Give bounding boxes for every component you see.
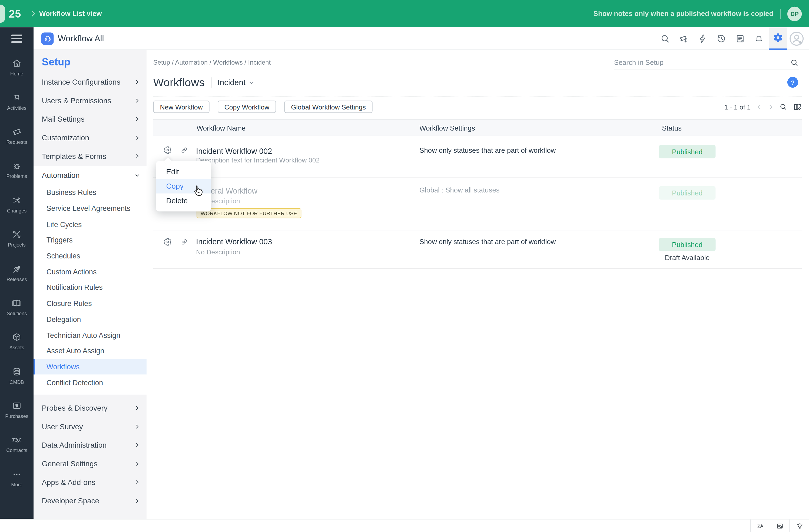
header-gear-icon[interactable]: [769, 27, 787, 50]
lightbulb-icon[interactable]: [789, 519, 809, 532]
rail-item-requests[interactable]: Requests: [0, 118, 34, 153]
copy-workflow-button[interactable]: Copy Workflow: [218, 101, 276, 113]
cmdb-icon: [11, 366, 22, 377]
new-workflow-button[interactable]: New Workflow: [153, 101, 209, 113]
workflow-settings-gear-icon[interactable]: [163, 238, 172, 246]
app-title: Workflow All: [58, 34, 104, 43]
page-title: Workflows: [153, 76, 205, 89]
rail-item-projects[interactable]: Projects: [0, 221, 34, 256]
header-history-icon[interactable]: [712, 27, 731, 50]
header-bell-icon[interactable]: [750, 27, 769, 50]
chevron-right-icon: [135, 480, 140, 485]
rail-item-purchases[interactable]: Purchases: [0, 393, 34, 427]
assets-icon: [11, 332, 22, 343]
search-icon[interactable]: [790, 58, 798, 67]
setup-sidebar: Setup Instance ConfigurationsUsers & Per…: [34, 50, 147, 519]
sidebar-item-notification-rules[interactable]: Notification Rules: [34, 279, 147, 295]
feedback-icon[interactable]: [770, 519, 790, 532]
help-button[interactable]: ?: [787, 77, 798, 88]
automation-section: Automation Business RulesService Level A…: [34, 166, 147, 394]
chevron-right-icon: [135, 424, 140, 429]
more-icon: [11, 469, 22, 480]
rail-item-assets[interactable]: Assets: [0, 324, 34, 358]
rail-item-changes[interactable]: Changes: [0, 187, 34, 221]
setup-search-field[interactable]: Search in Setup: [614, 55, 799, 70]
sidebar-item-apps-add-ons[interactable]: Apps & Add-ons: [34, 473, 147, 492]
rail-item-releases[interactable]: Releases: [0, 255, 34, 290]
purchases-icon: [11, 400, 22, 411]
sidebar-item-asset-auto-assign[interactable]: Asset Auto Assign: [34, 343, 147, 359]
table-row: Incident Workflow 003No DescriptionShow …: [153, 231, 802, 269]
rail-item-more[interactable]: More: [0, 461, 34, 495]
workflow-link-icon[interactable]: [180, 146, 188, 154]
rail-item-contracts[interactable]: Contracts: [0, 427, 34, 461]
queue-pill: [0, 5, 5, 23]
sidebar-item-instance-configurations[interactable]: Instance Configurations: [34, 73, 147, 91]
workflow-link-icon[interactable]: [180, 238, 188, 246]
requests-icon: [11, 126, 22, 137]
status-badge: Published: [659, 186, 716, 200]
sidebar-item-data-administration[interactable]: Data Administration: [34, 436, 147, 454]
hamburger-menu[interactable]: [0, 27, 34, 50]
sidebar-item-triggers[interactable]: Triggers: [34, 232, 147, 248]
sidebar-item-technician-auto-assign[interactable]: Technician Auto Assign: [34, 327, 147, 343]
sidebar-item-conflict-detection[interactable]: Conflict Detection: [34, 375, 147, 391]
workflow-name[interactable]: Incident Workflow 003: [196, 237, 272, 246]
sidebar-item-service-level-agreements[interactable]: Service Level Agreements: [34, 201, 147, 217]
topbar-divider: [780, 8, 780, 19]
sidebar-item-delegation[interactable]: Delegation: [34, 311, 147, 327]
breadcrumb[interactable]: Setup / Automation / Workflows / Inciden…: [153, 59, 271, 66]
sidebar-item-users-permissions[interactable]: Users & Permissions: [34, 91, 147, 110]
menu-item-edit[interactable]: Edit: [156, 165, 211, 179]
sidebar-item-closure-rules[interactable]: Closure Rules: [34, 295, 147, 311]
workflow-name[interactable]: Incident Workflow 002: [196, 147, 272, 155]
rail-item-problems[interactable]: Problems: [0, 153, 34, 187]
zia-assistant-icon[interactable]: [750, 519, 770, 532]
sidebar-item-templates-forms[interactable]: Templates & Forms: [34, 147, 147, 166]
header-search-icon[interactable]: [655, 27, 674, 50]
sidebar-item-general-settings[interactable]: General Settings: [34, 454, 147, 473]
sidebar-item-user-survey[interactable]: User Survey: [34, 417, 147, 436]
workflow-settings-gear-icon[interactable]: [163, 146, 172, 154]
header-task-list-icon[interactable]: [731, 27, 750, 50]
table-search-icon[interactable]: [779, 103, 787, 111]
table-row: Incident Workflow 002Description text fo…: [153, 136, 802, 178]
sidebar-item-business-rules[interactable]: Business Rules: [34, 185, 147, 201]
header-avatar[interactable]: [789, 31, 804, 46]
sidebar-item-label: General Settings: [42, 460, 98, 468]
sidebar-item-probes-discovery[interactable]: Probes & Discovery: [34, 399, 147, 417]
rail-item-solutions[interactable]: Solutions: [0, 290, 34, 324]
header-ticket-add-icon[interactable]: [674, 27, 693, 50]
sidebar-item-life-cycles[interactable]: Life Cycles: [34, 216, 147, 232]
column-settings-icon[interactable]: [793, 102, 802, 111]
topbar-avatar[interactable]: DP: [787, 6, 802, 21]
setup-search-placeholder: Search in Setup: [614, 59, 664, 67]
sidebar-item-automation[interactable]: Automation: [34, 166, 147, 185]
topbar-note: Show notes only when a published workflo…: [593, 10, 774, 18]
app-header: Workflow All: [34, 27, 809, 50]
module-selector[interactable]: Incident: [218, 78, 255, 87]
global-workflow-settings-button[interactable]: Global Workflow Settings: [284, 101, 372, 113]
draft-available-label: Draft Available: [659, 254, 716, 262]
sidebar-item-label: Instance Configurations: [42, 78, 121, 86]
next-page-icon[interactable]: [768, 104, 773, 109]
workflow-settings-text: Show only statuses that are part of work…: [419, 147, 556, 154]
rail-item-label: Contracts: [6, 447, 27, 453]
projects-icon: [11, 229, 22, 240]
queue-count: 25: [8, 0, 21, 27]
rail-item-home[interactable]: Home: [0, 50, 34, 84]
rail-item-activities[interactable]: Activities: [0, 84, 34, 119]
sidebar-item-customization[interactable]: Customization: [34, 128, 147, 147]
prev-page-icon[interactable]: [756, 104, 762, 109]
sidebar-item-mail-settings[interactable]: Mail Settings: [34, 110, 147, 128]
header-lightning-icon[interactable]: [693, 27, 712, 50]
rail-item-cmdb[interactable]: CMDB: [0, 358, 34, 393]
sidebar-item-schedules[interactable]: Schedules: [34, 248, 147, 264]
sidebar-item-workflows[interactable]: Workflows: [34, 359, 147, 375]
activities-icon: [11, 92, 22, 103]
sidebar-item-developer-space[interactable]: Developer Space: [34, 492, 147, 510]
sidebar-item-fi[interactable]: Fi: [34, 513, 147, 519]
sidebar-item-custom-actions[interactable]: Custom Actions: [34, 264, 147, 280]
sidebar-item-label: Probes & Discovery: [42, 404, 108, 412]
pagination-label: 1 - 1 of 1: [724, 103, 751, 111]
